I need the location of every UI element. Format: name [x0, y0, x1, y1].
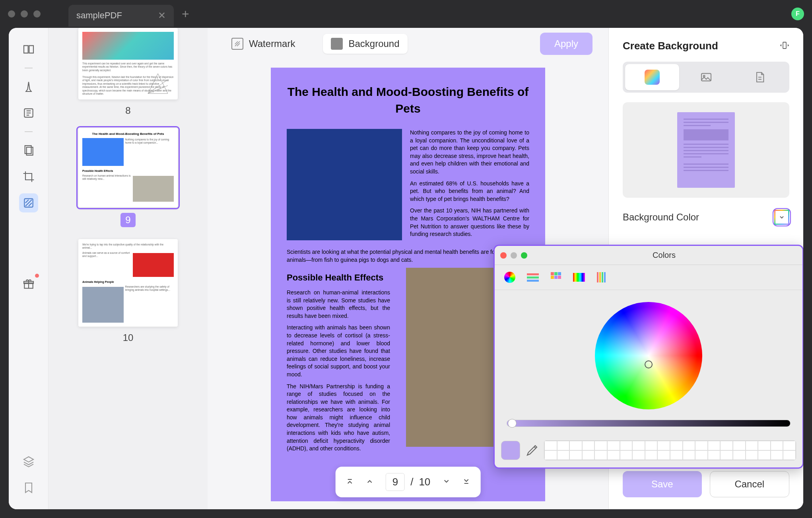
prev-page-icon[interactable] [366, 477, 374, 488]
watermark-label: Watermark [249, 38, 295, 49]
close-tab-icon[interactable]: ✕ [158, 10, 166, 21]
popup-header: Colors [495, 246, 802, 265]
expand-icon[interactable] [780, 41, 789, 52]
watermark-tool[interactable] [19, 193, 38, 212]
bg-type-tabs [623, 62, 789, 93]
layers-tool[interactable] [19, 452, 38, 471]
tab-title: samplePDF [76, 10, 122, 21]
spectrum-mode-icon[interactable] [570, 270, 588, 285]
last-page-icon[interactable] [462, 477, 470, 488]
page-navigation: 9 / 10 [336, 467, 481, 497]
edit-tool[interactable] [19, 103, 38, 123]
close-window[interactable] [8, 10, 15, 18]
svg-rect-12 [551, 272, 554, 275]
svg-rect-17 [558, 276, 561, 279]
window-controls [8, 10, 41, 18]
thumb-number: 9 [120, 213, 135, 227]
color-bg-tab[interactable] [625, 64, 679, 90]
svg-rect-13 [554, 272, 558, 275]
color-picker-popup: Colors [493, 245, 803, 469]
svg-rect-19 [599, 272, 601, 282]
crop-tool[interactable] [19, 167, 38, 186]
pages-tool[interactable] [19, 141, 38, 160]
current-page-input[interactable]: 9 [386, 473, 405, 491]
color-picker-button[interactable] [774, 210, 789, 225]
popup-minimize[interactable] [511, 252, 517, 259]
background-label: Background [348, 38, 399, 49]
popup-maximize[interactable] [521, 252, 527, 259]
thumbnail-10[interactable]: We're trying to tap into the subjective … [72, 239, 184, 343]
page-separator: / [410, 476, 413, 488]
divider [25, 131, 33, 132]
color-wheel[interactable] [595, 302, 702, 409]
slider-thumb[interactable] [508, 419, 517, 428]
para: Over the past 10 years, NIH has partnere… [410, 207, 529, 238]
svg-rect-15 [551, 276, 554, 279]
apply-button[interactable]: Apply [540, 33, 592, 55]
thumb-number: 10 [123, 332, 134, 343]
highlight-tool[interactable] [19, 77, 38, 96]
page-number-display: 9 / 10 [386, 473, 431, 491]
gradient-icon [645, 70, 660, 85]
left-toolbar [9, 28, 49, 509]
bg-color-label: Background Color [623, 212, 699, 223]
popup-close[interactable] [500, 252, 507, 259]
bg-color-row: Background Color [623, 210, 789, 225]
thumbnail-8[interactable]: This experiment can be repeated over and… [72, 28, 184, 116]
svg-rect-6 [783, 42, 786, 49]
swatch-grid[interactable] [544, 440, 796, 460]
reader-tool[interactable] [19, 40, 38, 59]
brightness-slider[interactable] [507, 420, 791, 427]
eyedropper-icon[interactable] [526, 444, 538, 457]
panel-title: Create Background [623, 40, 718, 52]
save-button[interactable]: Save [623, 471, 702, 497]
user-avatar[interactable]: F [791, 8, 804, 20]
svg-rect-11 [527, 280, 539, 282]
watermark-tab[interactable]: Watermark [223, 34, 303, 54]
thumbnail-9[interactable]: The Health and Mood-Boosting Benefits of… [72, 128, 184, 227]
wheel-mode-icon[interactable] [501, 270, 519, 285]
bookmark-tool[interactable] [19, 478, 38, 497]
thumb-number: 8 [125, 105, 130, 116]
minimize-window[interactable] [21, 10, 28, 18]
main-window: This experiment can be repeated over and… [9, 28, 803, 509]
svg-rect-10 [527, 277, 539, 278]
svg-rect-21 [604, 272, 606, 282]
thumbnail-panel: This experiment can be repeated over and… [49, 28, 208, 509]
sliders-mode-icon[interactable] [524, 270, 542, 285]
total-pages: 10 [419, 476, 430, 488]
background-tab[interactable]: Background [323, 34, 407, 54]
svg-rect-18 [597, 272, 598, 282]
document-tab[interactable]: samplePDF ✕ [68, 5, 174, 27]
para: Scientists are looking at what the poten… [287, 248, 529, 264]
para: Research on human-animal interactions is… [287, 289, 390, 320]
para: The NIH/Mars Partnership is funding a ra… [287, 383, 390, 453]
popup-title: Colors [531, 251, 797, 260]
first-page-icon[interactable] [346, 477, 354, 488]
panel-header: Create Background [623, 40, 789, 52]
color-wheel-area [495, 290, 802, 439]
background-icon [331, 38, 343, 50]
palette-mode-icon[interactable] [547, 270, 565, 285]
pencils-mode-icon[interactable] [593, 270, 611, 285]
svg-rect-16 [554, 276, 558, 279]
cancel-button[interactable]: Cancel [710, 471, 790, 497]
file-bg-tab[interactable] [733, 64, 787, 90]
properties-panel: Create Background Background Color Save … [608, 28, 803, 509]
color-mode-tabs [495, 265, 802, 290]
gift-tool[interactable] [19, 275, 38, 294]
divider [25, 68, 33, 68]
para: An estimated 68% of U.S. households have… [410, 180, 529, 203]
new-tab-button[interactable]: + [182, 7, 189, 21]
svg-rect-14 [558, 272, 561, 275]
next-page-icon[interactable] [442, 477, 450, 488]
preview-page [677, 112, 735, 188]
maximize-window[interactable] [33, 10, 41, 18]
svg-rect-20 [602, 272, 603, 282]
watermark-icon [231, 38, 243, 50]
wheel-cursor-icon[interactable] [645, 360, 653, 368]
para: Nothing compares to the joy of coming ho… [410, 129, 529, 176]
center-header: Watermark Background Apply [208, 28, 608, 60]
image-bg-tab[interactable] [679, 64, 733, 90]
current-color-swatch [501, 441, 520, 460]
